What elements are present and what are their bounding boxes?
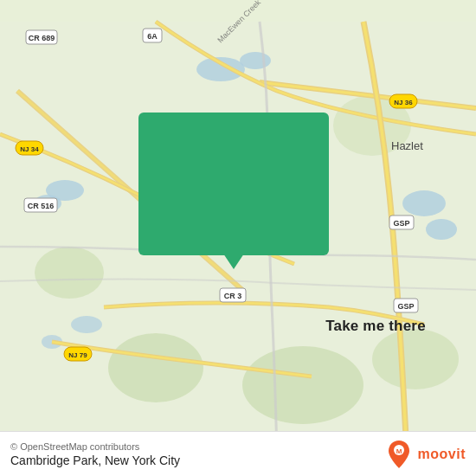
map-container: MacEwen Creek CR 689 6A NJ 36 NJ 34 CR 5… bbox=[0, 0, 476, 476]
svg-point-12 bbox=[35, 247, 104, 299]
svg-text:CR 689: CR 689 bbox=[29, 34, 55, 42]
button-label: Take me there bbox=[325, 318, 426, 335]
action-card: Take me there bbox=[138, 113, 329, 255]
svg-text:NJ 34: NJ 34 bbox=[20, 145, 39, 153]
svg-text:GSP: GSP bbox=[397, 302, 414, 311]
moovit-text: moovit bbox=[418, 447, 466, 462]
svg-point-5 bbox=[402, 190, 446, 216]
take-me-there-button[interactable]: Take me there bbox=[299, 311, 452, 341]
location-name: Cambridge Park, New York City bbox=[10, 453, 180, 467]
svg-text:CR 516: CR 516 bbox=[28, 202, 55, 210]
attribution-text: © OpenStreetMap contributors bbox=[10, 441, 180, 452]
bottom-bar: © OpenStreetMap contributors Cambridge P… bbox=[0, 431, 476, 476]
svg-point-6 bbox=[426, 219, 457, 240]
svg-text:NJ 79: NJ 79 bbox=[68, 351, 87, 359]
svg-text:CR 3: CR 3 bbox=[224, 292, 242, 300]
svg-text:6A: 6A bbox=[147, 32, 158, 41]
bottom-left: © OpenStreetMap contributors Cambridge P… bbox=[10, 441, 180, 467]
svg-text:M: M bbox=[396, 447, 402, 455]
svg-point-2 bbox=[240, 52, 271, 69]
svg-text:NJ 36: NJ 36 bbox=[394, 99, 413, 106]
svg-text:Hazlet: Hazlet bbox=[391, 139, 423, 152]
moovit-logo: M moovit bbox=[383, 439, 466, 470]
svg-text:GSP: GSP bbox=[393, 219, 409, 228]
svg-point-10 bbox=[242, 346, 363, 424]
svg-point-9 bbox=[108, 333, 203, 402]
moovit-icon: M bbox=[383, 439, 415, 470]
svg-point-7 bbox=[71, 316, 102, 333]
